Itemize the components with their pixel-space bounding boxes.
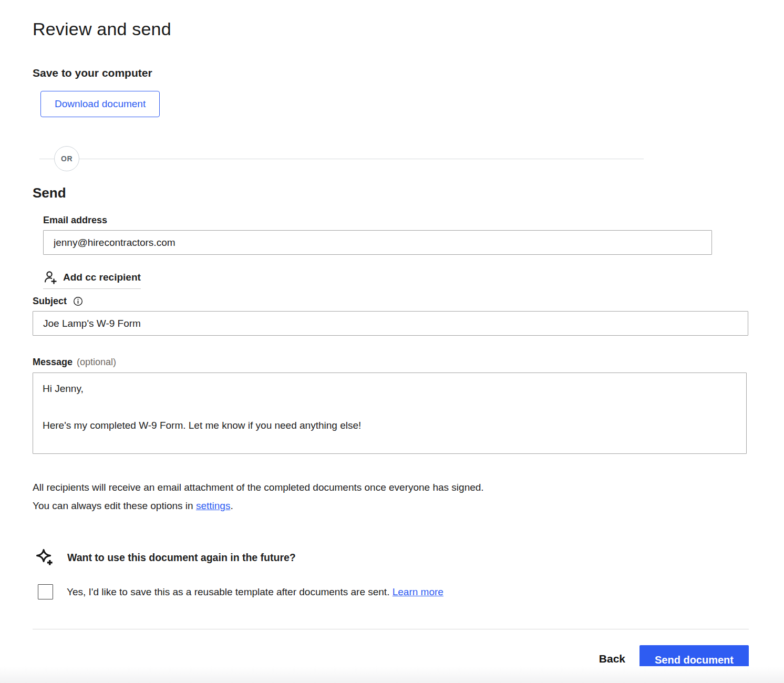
- review-and-send-page: Review and send Save to your computer Do…: [0, 0, 784, 683]
- save-template-row: Yes, I'd like to save this as a reusable…: [38, 584, 749, 599]
- subject-input[interactable]: [33, 311, 748, 336]
- add-cc-recipient-link[interactable]: Add cc recipient: [43, 270, 141, 289]
- note-text-after: .: [230, 500, 233, 511]
- email-address-label: Email address: [43, 215, 749, 226]
- bottom-fade: [0, 666, 784, 683]
- subject-label-row: Subject: [33, 296, 749, 307]
- email-field-group: Email address Add cc recipient Subject: [43, 215, 749, 515]
- template-question-text: Want to use this document again in the f…: [67, 552, 296, 564]
- save-section: Save to your computer Download document: [33, 67, 749, 117]
- message-textarea[interactable]: Hi Jenny, Here's my completed W-9 Form. …: [33, 372, 747, 454]
- save-template-label-text: Yes, I'd like to save this as a reusable…: [67, 586, 393, 597]
- save-template-checkbox[interactable]: [38, 584, 53, 599]
- download-document-button[interactable]: Download document: [40, 91, 160, 117]
- template-section: Want to use this document again in the f…: [33, 549, 749, 599]
- email-address-input[interactable]: [43, 230, 712, 255]
- save-section-heading: Save to your computer: [33, 67, 749, 79]
- footer-divider: [33, 629, 749, 629]
- send-section-heading: Send: [33, 185, 749, 201]
- message-label-row: Message(optional): [33, 357, 749, 368]
- learn-more-link[interactable]: Learn more: [393, 586, 443, 597]
- message-label: Message: [33, 357, 73, 367]
- page-title: Review and send: [33, 19, 749, 39]
- message-optional-tag: (optional): [77, 357, 116, 367]
- or-badge: OR: [54, 146, 79, 171]
- info-icon[interactable]: [73, 296, 83, 306]
- save-template-label: Yes, I'd like to save this as a reusable…: [67, 586, 443, 598]
- recipients-note: All recipients will receive an email att…: [33, 478, 495, 515]
- back-button[interactable]: Back: [599, 653, 625, 668]
- divider-line: [39, 159, 644, 159]
- subject-label: Subject: [33, 296, 67, 307]
- note-text-before: All recipients will receive an email att…: [33, 482, 484, 511]
- person-plus-icon: [43, 270, 57, 284]
- template-question-row: Want to use this document again in the f…: [36, 549, 749, 567]
- settings-link[interactable]: settings: [196, 500, 230, 511]
- or-divider: OR: [33, 146, 644, 171]
- add-cc-recipient-label: Add cc recipient: [63, 272, 141, 283]
- send-section: Send Email address Add cc recipient Subj…: [33, 185, 749, 515]
- sparkle-plus-icon: [36, 549, 54, 567]
